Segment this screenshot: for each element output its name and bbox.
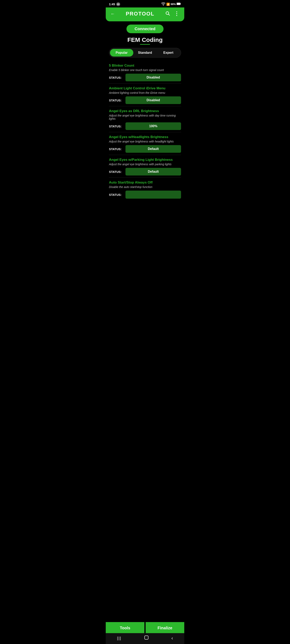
status-row-ambient-light: STATUS: Disabled <box>109 96 181 104</box>
battery-percent: 98% <box>171 2 176 6</box>
status-row-angel-eyes-headlights: STATUS: Default <box>109 145 181 153</box>
page-title: FEM Coding <box>106 36 184 43</box>
menu-button[interactable]: ⋮ <box>173 10 180 18</box>
feature-desc-angel-eyes-drl: Adjust the angel eye brightness with day… <box>109 114 181 120</box>
status-label-auto-start-stop: STATUS: <box>109 193 123 196</box>
feature-angel-eyes-parking: Angel Eyes w/Parking Light Brightness Ad… <box>109 155 181 178</box>
back-button[interactable]: ← <box>110 10 116 17</box>
svg-point-0 <box>163 5 164 6</box>
connected-badge: Connected <box>126 24 163 33</box>
battery-icon <box>177 2 181 6</box>
status-value-angel-eyes-headlights[interactable]: Default <box>125 145 181 153</box>
status-label-angel-eyes-drl: STATUS: <box>109 124 123 128</box>
notification-badge: 69 <box>116 2 120 6</box>
status-row-auto-start-stop: STATUS: <box>109 190 181 199</box>
signal-icon: 📶 <box>166 2 170 6</box>
status-value-angel-eyes-drl[interactable]: 100% <box>125 122 181 130</box>
toolbar-title: PROTOOL <box>126 11 154 17</box>
status-label-angel-eyes-parking: STATUS: <box>109 170 123 174</box>
status-row-angel-eyes-drl: STATUS: 100% <box>109 122 181 130</box>
status-bar: 1:45 69 📶 98% <box>106 0 184 8</box>
status-label-blinker-count: STATUS: <box>109 76 123 79</box>
svg-line-4 <box>169 14 170 15</box>
feature-desc-angel-eyes-parking: Adjust the angel eye brightness with par… <box>109 162 181 166</box>
status-value-auto-start-stop[interactable] <box>125 190 181 199</box>
wifi-icon <box>161 2 166 7</box>
tab-expert[interactable]: Expert <box>157 49 180 56</box>
feature-desc-blinker-count: Enable 5 blinker one touch turn signal c… <box>109 68 181 72</box>
feature-name-angel-eyes-headlights: Angel Eyes w/Headlights Brightness <box>109 135 181 139</box>
feature-desc-auto-start-stop: Disable the auto start/stop function <box>109 185 181 188</box>
feature-auto-start-stop: Auto Start/Stop Always Off Disable the a… <box>109 178 181 201</box>
status-right: 📶 98% <box>161 2 181 7</box>
tab-standard[interactable]: Standard <box>133 49 157 56</box>
feature-name-ambient-light: Ambient Light Control iDrive Menu <box>109 86 181 90</box>
status-value-ambient-light[interactable]: Disabled <box>125 96 181 104</box>
status-row-angel-eyes-parking: STATUS: Default <box>109 168 181 176</box>
status-value-blinker-count[interactable]: Disabled <box>125 74 181 81</box>
status-row-blinker-count: STATUS: Disabled <box>109 74 181 81</box>
status-label-angel-eyes-headlights: STATUS: <box>109 147 123 151</box>
search-button[interactable] <box>164 10 171 18</box>
feature-angel-eyes-drl: Angel Eyes as DRL Brightness Adjust the … <box>109 106 181 132</box>
status-time: 1:45 <box>109 2 115 6</box>
feature-desc-ambient-light: Ambient lighting control from the iDrive… <box>109 91 181 94</box>
tab-popular[interactable]: Popular <box>110 49 133 56</box>
svg-rect-2 <box>177 3 180 5</box>
toolbar: ← PROTOOL ⋮ <box>106 8 184 21</box>
status-value-angel-eyes-parking[interactable]: Default <box>125 168 181 176</box>
feature-angel-eyes-headlights: Angel Eyes w/Headlights Brightness Adjus… <box>109 132 181 155</box>
feature-ambient-light: Ambient Light Control iDrive Menu Ambien… <box>109 84 181 106</box>
feature-name-angel-eyes-drl: Angel Eyes as DRL Brightness <box>109 109 181 113</box>
content-area: 5 Blinker Count Enable 5 blinker one tou… <box>106 61 184 221</box>
status-left: 1:45 69 <box>109 2 120 6</box>
feature-desc-angel-eyes-headlights: Adjust the angel eye brightness with hea… <box>109 140 181 143</box>
feature-name-auto-start-stop: Auto Start/Stop Always Off <box>109 180 181 184</box>
feature-blinker-count: 5 Blinker Count Enable 5 blinker one tou… <box>109 61 181 84</box>
tab-bar: Popular Standard Expert <box>109 48 181 58</box>
title-underline <box>140 44 150 45</box>
feature-name-angel-eyes-parking: Angel Eyes w/Parking Light Brightness <box>109 158 181 162</box>
status-label-ambient-light: STATUS: <box>109 98 123 102</box>
feature-name-blinker-count: 5 Blinker Count <box>109 64 181 68</box>
